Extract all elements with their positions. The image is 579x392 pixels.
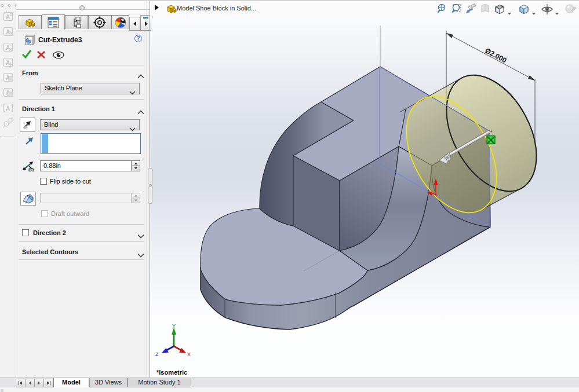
svg-text:Z: Z bbox=[155, 351, 159, 357]
svg-text:Y: Y bbox=[172, 323, 176, 329]
svg-text:X: X bbox=[187, 351, 191, 357]
svg-text:A: A bbox=[6, 14, 10, 20]
svg-text:D1: D1 bbox=[28, 167, 35, 173]
svg-text:*Isometric: *Isometric bbox=[156, 369, 187, 376]
svg-text:A: A bbox=[6, 45, 10, 51]
svg-text:A: A bbox=[6, 105, 10, 112]
